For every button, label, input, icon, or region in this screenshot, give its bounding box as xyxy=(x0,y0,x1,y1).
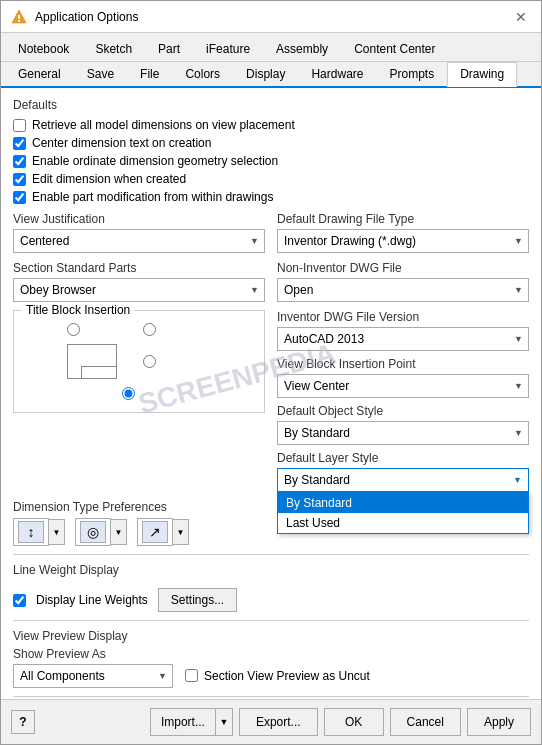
dim-btn-3-group: ↗ ▼ xyxy=(137,518,189,546)
line-weight-display-section: Line Weight Display xyxy=(13,563,529,580)
radio-tbi-1-row xyxy=(67,323,135,336)
cancel-button[interactable]: Cancel xyxy=(390,708,461,736)
show-preview-as-col: Show Preview As All Components xyxy=(13,647,173,688)
tabs-row1: Notebook Sketch Part iFeature Assembly C… xyxy=(1,33,541,62)
show-preview-as-select[interactable]: All Components xyxy=(13,664,173,688)
cb-edit-dimension[interactable] xyxy=(13,173,26,186)
svg-rect-1 xyxy=(18,15,20,19)
default-drawing-file-type-select[interactable]: Inventor Drawing (*.dwg) xyxy=(277,229,529,253)
cb-enable-part-mod[interactable] xyxy=(13,191,26,204)
tab-ifeature[interactable]: iFeature xyxy=(193,37,263,61)
tab-sketch[interactable]: Sketch xyxy=(82,37,145,61)
cb-section-view-preview[interactable] xyxy=(185,669,198,682)
tab-prompts[interactable]: Prompts xyxy=(376,62,447,86)
tab-notebook[interactable]: Notebook xyxy=(5,37,82,61)
cb-center-dimension[interactable] xyxy=(13,137,26,150)
checkbox-row-4: Edit dimension when created xyxy=(13,172,529,186)
section-view-preview-row: Section View Preview as Uncut xyxy=(185,669,370,683)
default-drawing-file-type-col: Default Drawing File Type Inventor Drawi… xyxy=(277,212,529,253)
default-layer-style-container: By Standard ▼ By Standard Last Used xyxy=(277,468,529,492)
title-bar-text: Application Options xyxy=(35,10,511,24)
view-preview-display-row: Show Preview As All Components Section V… xyxy=(13,647,529,688)
default-layer-style-select[interactable]: By Standard ▼ xyxy=(277,468,529,492)
view-preview-display-section: View Preview Display Show Preview As All… xyxy=(13,629,529,688)
cb-section-view-preview-label: Section View Preview as Uncut xyxy=(204,669,370,683)
tab-part[interactable]: Part xyxy=(145,37,193,61)
non-inventor-dwg-select[interactable]: Open xyxy=(277,278,529,302)
bottom-bar: ? Import... ▼ Export... OK Cancel Apply xyxy=(1,699,541,744)
view-block-insertion-select[interactable]: View Center xyxy=(277,374,529,398)
settings-button[interactable]: Settings... xyxy=(158,588,237,612)
cb-display-line-weights[interactable] xyxy=(13,594,26,607)
close-button[interactable]: ✕ xyxy=(511,7,531,27)
tab-hardware[interactable]: Hardware xyxy=(298,62,376,86)
tabs-row2: General Save File Colors Display Hardwar… xyxy=(1,62,541,88)
tab-save[interactable]: Save xyxy=(74,62,127,86)
checkbox-row-3: Enable ordinate dimension geometry selec… xyxy=(13,154,529,168)
cb-retrieve-dimensions-label: Retrieve all model dimensions on view pl… xyxy=(32,118,295,132)
default-layer-style-dropdown: By Standard Last Used xyxy=(277,492,529,534)
cb-display-line-weights-label: Display Line Weights xyxy=(36,593,148,607)
view-block-insertion-label: View Block Insertion Point xyxy=(277,357,529,371)
title-block-insertion-col: Title Block Insertion xyxy=(13,310,265,492)
default-layer-style-arrow: ▼ xyxy=(513,475,522,485)
right-options-col: Inventor DWG File Version AutoCAD 2013 V… xyxy=(277,310,529,492)
import-button-group: Import... ▼ xyxy=(150,708,233,736)
view-justification-label: View Justification xyxy=(13,212,265,226)
cb-edit-dimension-label: Edit dimension when created xyxy=(32,172,186,186)
export-button[interactable]: Export... xyxy=(239,708,318,736)
title-block-insertion-group: Title Block Insertion xyxy=(13,310,265,413)
dim-btn-2-group: ◎ ▼ xyxy=(75,518,127,546)
default-drawing-file-type-label: Default Drawing File Type xyxy=(277,212,529,226)
radio-tbi-1[interactable] xyxy=(67,323,80,336)
help-button[interactable]: ? xyxy=(11,710,35,734)
radio-tbi-4[interactable] xyxy=(122,387,135,400)
inventor-dwg-version-wrapper: AutoCAD 2013 xyxy=(277,327,529,351)
dim-btn-3[interactable]: ↗ xyxy=(137,518,173,546)
view-justification-col: View Justification Centered xyxy=(13,212,265,253)
view-preview-display-label: View Preview Display xyxy=(13,629,529,643)
tab-content-center[interactable]: Content Center xyxy=(341,37,448,61)
tab-display[interactable]: Display xyxy=(233,62,298,86)
tab-file[interactable]: File xyxy=(127,62,172,86)
default-object-style-label: Default Object Style xyxy=(277,404,529,418)
radio-tbi-3-row xyxy=(143,355,211,368)
dim-btn-3-arrow[interactable]: ▼ xyxy=(173,519,189,545)
section-standard-parts-select[interactable]: Obey Browser xyxy=(13,278,265,302)
title-block-diagram xyxy=(67,344,117,379)
view-justification-select[interactable]: Centered xyxy=(13,229,265,253)
radio-tbi-2[interactable] xyxy=(143,323,156,336)
title-block-insertion-title: Title Block Insertion xyxy=(22,303,134,317)
dim-btn-2[interactable]: ◎ xyxy=(75,518,111,546)
cb-enable-ordinate[interactable] xyxy=(13,155,26,168)
show-preview-as-wrapper: All Components xyxy=(13,664,173,688)
import-dropdown-arrow[interactable]: ▼ xyxy=(215,708,233,736)
dim-btn-1[interactable]: ↕ xyxy=(13,518,49,546)
checkbox-row-5: Enable part modification from within dra… xyxy=(13,190,529,204)
dim-btn-1-arrow[interactable]: ▼ xyxy=(49,519,65,545)
non-inventor-dwg-wrapper: Open xyxy=(277,278,529,302)
line-weight-display-row: Display Line Weights Settings... xyxy=(13,588,529,612)
cb-retrieve-dimensions[interactable] xyxy=(13,119,26,132)
show-preview-as-label: Show Preview As xyxy=(13,647,173,661)
default-layer-style-label: Default Layer Style xyxy=(277,451,529,465)
inventor-dwg-version-label: Inventor DWG File Version xyxy=(277,310,529,324)
default-object-style-select[interactable]: By Standard xyxy=(277,421,529,445)
dropdown-item-by-standard[interactable]: By Standard xyxy=(278,493,528,513)
apply-button[interactable]: Apply xyxy=(467,708,531,736)
ok-button[interactable]: OK xyxy=(324,708,384,736)
tab-drawing[interactable]: Drawing xyxy=(447,62,517,87)
dropdown-item-last-used[interactable]: Last Used xyxy=(278,513,528,533)
tab-colors[interactable]: Colors xyxy=(172,62,233,86)
tab-general[interactable]: General xyxy=(5,62,74,86)
dialog-application-options: Application Options ✕ Notebook Sketch Pa… xyxy=(0,0,542,745)
non-inventor-dwg-label: Non-Inventor DWG File xyxy=(277,261,529,275)
dim-btn-2-arrow[interactable]: ▼ xyxy=(111,519,127,545)
import-button[interactable]: Import... xyxy=(150,708,215,736)
app-icon xyxy=(11,9,27,25)
radio-tbi-3[interactable] xyxy=(143,355,156,368)
default-layer-style-value: By Standard xyxy=(284,473,350,487)
view-justification-wrapper: Centered xyxy=(13,229,265,253)
inventor-dwg-version-select[interactable]: AutoCAD 2013 xyxy=(277,327,529,351)
tab-assembly[interactable]: Assembly xyxy=(263,37,341,61)
